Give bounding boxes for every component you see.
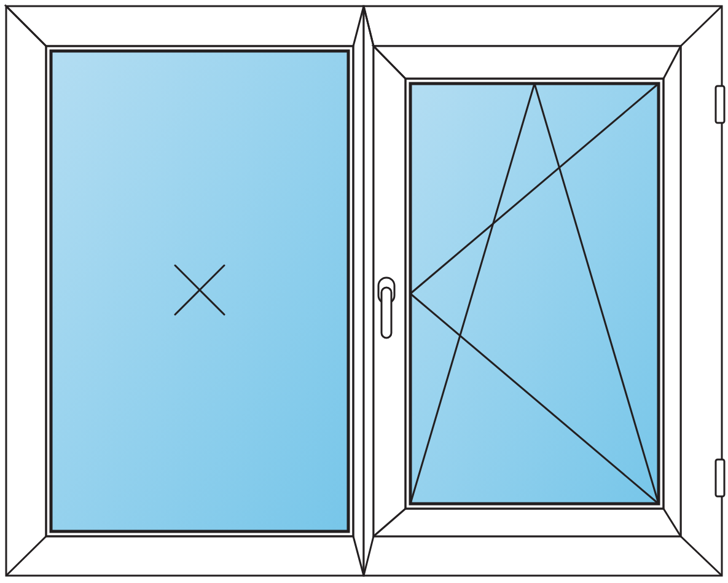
hinge-bottom-icon bbox=[716, 460, 724, 496]
right-glass bbox=[410, 84, 659, 504]
window-diagram bbox=[0, 0, 728, 583]
svg-rect-7 bbox=[382, 288, 391, 338]
window-handle-icon[interactable] bbox=[378, 278, 394, 338]
right-operable-section bbox=[364, 6, 724, 576]
left-fixed-section bbox=[6, 6, 364, 576]
hinge-top-icon bbox=[716, 86, 724, 123]
